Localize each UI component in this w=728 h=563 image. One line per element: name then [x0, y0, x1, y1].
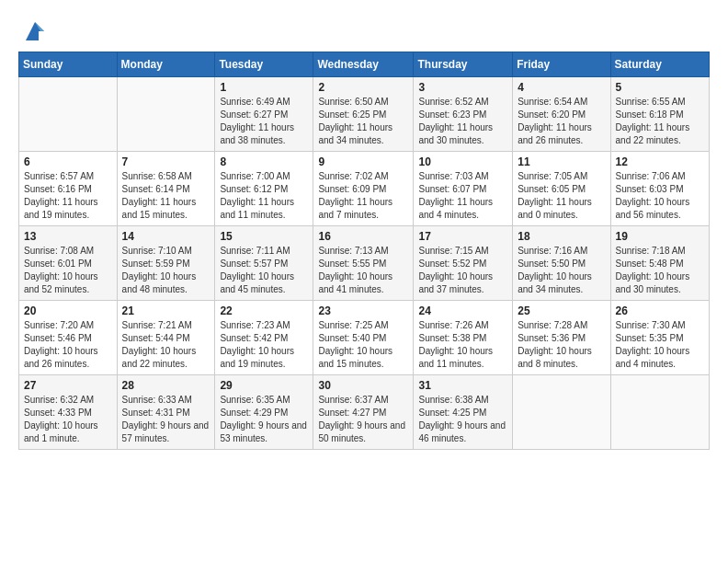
day-number: 24 — [418, 304, 507, 317]
calendar-cell: 13Sunrise: 7:08 AM Sunset: 6:01 PM Dayli… — [19, 226, 118, 301]
calendar-cell: 2Sunrise: 6:50 AM Sunset: 6:25 PM Daylig… — [313, 77, 414, 152]
day-info: Sunrise: 6:54 AM Sunset: 6:20 PM Dayligh… — [518, 96, 605, 147]
day-number: 5 — [616, 81, 704, 94]
calendar-cell: 8Sunrise: 7:00 AM Sunset: 6:12 PM Daylig… — [215, 152, 313, 226]
calendar-cell: 17Sunrise: 7:15 AM Sunset: 5:52 PM Dayli… — [414, 226, 513, 301]
day-info: Sunrise: 7:10 AM Sunset: 5:59 PM Dayligh… — [122, 245, 210, 296]
logo — [18, 18, 48, 44]
day-info: Sunrise: 6:32 AM Sunset: 4:33 PM Dayligh… — [24, 394, 112, 445]
day-info: Sunrise: 6:55 AM Sunset: 6:18 PM Dayligh… — [616, 96, 704, 147]
day-number: 13 — [24, 230, 112, 243]
day-info: Sunrise: 6:50 AM Sunset: 6:25 PM Dayligh… — [318, 96, 408, 147]
calendar-cell: 29Sunrise: 6:35 AM Sunset: 4:29 PM Dayli… — [215, 375, 313, 450]
day-number: 20 — [24, 304, 112, 317]
calendar-week-row: 6Sunrise: 6:57 AM Sunset: 6:16 PM Daylig… — [19, 152, 710, 226]
calendar-cell: 7Sunrise: 6:58 AM Sunset: 6:14 PM Daylig… — [117, 152, 215, 226]
day-info: Sunrise: 7:02 AM Sunset: 6:09 PM Dayligh… — [318, 170, 408, 222]
calendar-day-header: Tuesday — [215, 52, 313, 77]
day-info: Sunrise: 6:35 AM Sunset: 4:29 PM Dayligh… — [220, 394, 308, 445]
day-info: Sunrise: 7:28 AM Sunset: 5:36 PM Dayligh… — [518, 319, 605, 371]
day-number: 12 — [616, 155, 704, 168]
day-info: Sunrise: 7:25 AM Sunset: 5:40 PM Dayligh… — [318, 319, 408, 371]
day-number: 18 — [518, 230, 605, 243]
calendar-week-row: 20Sunrise: 7:20 AM Sunset: 5:46 PM Dayli… — [19, 301, 710, 375]
day-info: Sunrise: 6:38 AM Sunset: 4:25 PM Dayligh… — [418, 394, 507, 445]
calendar-day-header: Sunday — [19, 52, 118, 77]
day-number: 9 — [318, 155, 408, 168]
calendar-cell: 20Sunrise: 7:20 AM Sunset: 5:46 PM Dayli… — [19, 301, 118, 375]
day-number: 30 — [318, 379, 408, 392]
day-info: Sunrise: 6:57 AM Sunset: 6:16 PM Dayligh… — [24, 170, 112, 222]
calendar-cell: 24Sunrise: 7:26 AM Sunset: 5:38 PM Dayli… — [414, 301, 513, 375]
day-number: 16 — [318, 230, 408, 243]
day-number: 26 — [616, 304, 704, 317]
page: SundayMondayTuesdayWednesdayThursdayFrid… — [0, 0, 728, 465]
calendar-cell — [513, 375, 610, 450]
calendar-cell: 18Sunrise: 7:16 AM Sunset: 5:50 PM Dayli… — [513, 226, 610, 301]
day-number: 15 — [220, 230, 308, 243]
calendar-cell: 28Sunrise: 6:33 AM Sunset: 4:31 PM Dayli… — [117, 375, 215, 450]
day-number: 27 — [24, 379, 112, 392]
day-info: Sunrise: 7:16 AM Sunset: 5:50 PM Dayligh… — [518, 245, 605, 296]
calendar-cell: 27Sunrise: 6:32 AM Sunset: 4:33 PM Dayli… — [19, 375, 118, 450]
calendar-cell: 16Sunrise: 7:13 AM Sunset: 5:55 PM Dayli… — [313, 226, 414, 301]
day-number: 22 — [220, 304, 308, 317]
day-info: Sunrise: 7:03 AM Sunset: 6:07 PM Dayligh… — [418, 170, 507, 222]
calendar-cell: 31Sunrise: 6:38 AM Sunset: 4:25 PM Dayli… — [414, 375, 513, 450]
calendar-day-header: Saturday — [610, 52, 709, 77]
calendar-day-header: Wednesday — [313, 52, 414, 77]
calendar-cell: 21Sunrise: 7:21 AM Sunset: 5:44 PM Dayli… — [117, 301, 215, 375]
calendar-cell: 1Sunrise: 6:49 AM Sunset: 6:27 PM Daylig… — [215, 77, 313, 152]
calendar-cell: 14Sunrise: 7:10 AM Sunset: 5:59 PM Dayli… — [117, 226, 215, 301]
day-info: Sunrise: 7:30 AM Sunset: 5:35 PM Dayligh… — [616, 319, 704, 371]
day-info: Sunrise: 6:52 AM Sunset: 6:23 PM Dayligh… — [418, 96, 507, 147]
calendar-cell — [117, 77, 215, 152]
day-number: 11 — [518, 155, 605, 168]
calendar-day-header: Monday — [117, 52, 215, 77]
day-number: 8 — [220, 155, 308, 168]
calendar-cell: 12Sunrise: 7:06 AM Sunset: 6:03 PM Dayli… — [610, 152, 709, 226]
day-number: 31 — [418, 379, 507, 392]
day-number: 25 — [518, 304, 605, 317]
day-number: 28 — [122, 379, 210, 392]
calendar-cell: 6Sunrise: 6:57 AM Sunset: 6:16 PM Daylig… — [19, 152, 118, 226]
day-info: Sunrise: 7:11 AM Sunset: 5:57 PM Dayligh… — [220, 245, 308, 296]
day-info: Sunrise: 7:13 AM Sunset: 5:55 PM Dayligh… — [318, 245, 408, 296]
day-info: Sunrise: 7:20 AM Sunset: 5:46 PM Dayligh… — [24, 319, 112, 371]
calendar-cell: 10Sunrise: 7:03 AM Sunset: 6:07 PM Dayli… — [414, 152, 513, 226]
day-info: Sunrise: 7:05 AM Sunset: 6:05 PM Dayligh… — [518, 170, 605, 222]
day-info: Sunrise: 6:58 AM Sunset: 6:14 PM Dayligh… — [122, 170, 210, 222]
day-info: Sunrise: 7:00 AM Sunset: 6:12 PM Dayligh… — [220, 170, 308, 222]
calendar-cell: 30Sunrise: 6:37 AM Sunset: 4:27 PM Dayli… — [313, 375, 414, 450]
day-info: Sunrise: 7:15 AM Sunset: 5:52 PM Dayligh… — [418, 245, 507, 296]
day-info: Sunrise: 7:21 AM Sunset: 5:44 PM Dayligh… — [122, 319, 210, 371]
calendar-cell: 4Sunrise: 6:54 AM Sunset: 6:20 PM Daylig… — [513, 77, 610, 152]
day-info: Sunrise: 7:18 AM Sunset: 5:48 PM Dayligh… — [616, 245, 704, 296]
day-info: Sunrise: 7:06 AM Sunset: 6:03 PM Dayligh… — [616, 170, 704, 222]
day-number: 1 — [220, 81, 308, 94]
day-number: 23 — [318, 304, 408, 317]
day-info: Sunrise: 7:08 AM Sunset: 6:01 PM Dayligh… — [24, 245, 112, 296]
calendar-cell: 5Sunrise: 6:55 AM Sunset: 6:18 PM Daylig… — [610, 77, 709, 152]
calendar-cell: 26Sunrise: 7:30 AM Sunset: 5:35 PM Dayli… — [610, 301, 709, 375]
day-info: Sunrise: 6:49 AM Sunset: 6:27 PM Dayligh… — [220, 96, 308, 147]
day-info: Sunrise: 7:23 AM Sunset: 5:42 PM Dayligh… — [220, 319, 308, 371]
day-number: 21 — [122, 304, 210, 317]
day-number: 3 — [418, 81, 507, 94]
calendar-cell: 23Sunrise: 7:25 AM Sunset: 5:40 PM Dayli… — [313, 301, 414, 375]
calendar-cell: 19Sunrise: 7:18 AM Sunset: 5:48 PM Dayli… — [610, 226, 709, 301]
day-number: 6 — [24, 155, 112, 168]
calendar-cell: 25Sunrise: 7:28 AM Sunset: 5:36 PM Dayli… — [513, 301, 610, 375]
header — [18, 15, 710, 44]
day-info: Sunrise: 6:37 AM Sunset: 4:27 PM Dayligh… — [318, 394, 408, 445]
day-number: 7 — [122, 155, 210, 168]
calendar-day-header: Thursday — [414, 52, 513, 77]
day-number: 2 — [318, 81, 408, 94]
calendar-week-row: 1Sunrise: 6:49 AM Sunset: 6:27 PM Daylig… — [19, 77, 710, 152]
calendar-cell — [610, 375, 709, 450]
day-number: 19 — [616, 230, 704, 243]
day-number: 10 — [418, 155, 507, 168]
day-number: 17 — [418, 230, 507, 243]
calendar-cell: 3Sunrise: 6:52 AM Sunset: 6:23 PM Daylig… — [414, 77, 513, 152]
calendar-week-row: 13Sunrise: 7:08 AM Sunset: 6:01 PM Dayli… — [19, 226, 710, 301]
